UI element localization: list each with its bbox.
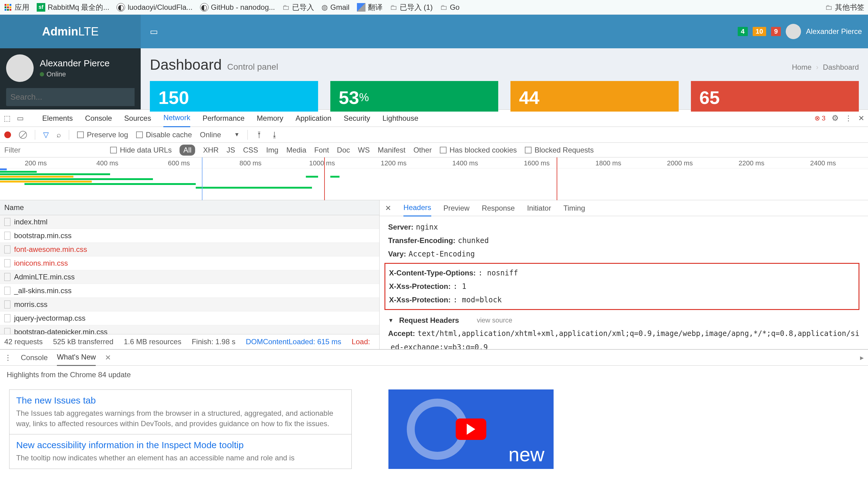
preserve-log-checkbox[interactable]: Preserve log	[77, 131, 128, 139]
stat-box[interactable]: 150	[150, 81, 318, 112]
request-row[interactable]: ionicons.min.css	[0, 256, 379, 270]
gear-icon[interactable]: ⚙	[832, 113, 839, 123]
sidebar: Alexander Pierce Online	[0, 48, 141, 110]
highlights-text: Highlights from the Chrome 84 update	[0, 366, 868, 384]
view-source-link[interactable]: view source	[477, 314, 512, 326]
video-thumbnail[interactable]: new	[388, 390, 554, 469]
dtab-initiator[interactable]: Initiator	[527, 200, 551, 216]
filter-doc[interactable]: Doc	[337, 146, 350, 154]
throttling-select[interactable]: Online ▼	[200, 131, 239, 139]
bookmark-item[interactable]: 🗀已导入 (1)	[390, 2, 433, 12]
request-row[interactable]: _all-skins.min.css	[0, 284, 379, 298]
request-row[interactable]: jquery-jvectormap.css	[0, 311, 379, 325]
upload-icon[interactable]: ⭱	[256, 131, 263, 139]
filter-other[interactable]: Other	[413, 146, 432, 154]
user-status[interactable]: Online	[40, 70, 110, 78]
tab-console[interactable]: Console	[85, 110, 112, 127]
search-input[interactable]	[6, 88, 134, 106]
bookmark-item[interactable]: 🗀已导入	[282, 2, 314, 12]
disable-cache-checkbox[interactable]: Disable cache	[136, 131, 192, 139]
tab-security[interactable]: Security	[344, 110, 370, 127]
avatar[interactable]	[6, 54, 34, 82]
bookmark-item[interactable]: sfRabbitMq 最全的...	[37, 2, 109, 12]
request-row[interactable]: font-awesome.min.css	[0, 243, 379, 256]
close-icon[interactable]: ✕	[858, 114, 864, 122]
filter-js[interactable]: JS	[227, 146, 235, 154]
clear-icon[interactable]	[19, 131, 27, 139]
hide-data-urls-checkbox[interactable]: Hide data URLs	[110, 146, 171, 154]
filter-input[interactable]	[4, 146, 102, 154]
user-panel: Alexander Pierce Online	[0, 48, 141, 88]
apps-label: 应用	[15, 2, 29, 12]
search-icon[interactable]: ⌕	[57, 131, 61, 139]
drawer-tab-whatsnew[interactable]: What's New	[57, 349, 96, 366]
timeline-tick: 1400 ms	[429, 157, 501, 168]
other-bookmarks[interactable]: 🗀其他书签	[825, 2, 864, 12]
tab-application[interactable]: Application	[295, 110, 331, 127]
request-row[interactable]: AdminLTE.min.css	[0, 270, 379, 284]
tab-performance[interactable]: Performance	[202, 110, 244, 127]
stat-box[interactable]: 65	[691, 81, 859, 112]
dtab-response[interactable]: Response	[482, 200, 515, 216]
crumb-home[interactable]: Home	[792, 63, 811, 71]
filter-media[interactable]: Media	[286, 146, 306, 154]
request-row[interactable]: morris.css	[0, 298, 379, 311]
sidebar-toggle-icon[interactable]: ▭	[147, 23, 161, 40]
drawer-tab-console[interactable]: Console	[21, 354, 48, 362]
close-icon[interactable]: ✕	[385, 204, 391, 212]
avatar[interactable]	[786, 24, 801, 39]
logo[interactable]: AdminLTE	[0, 15, 141, 48]
bookmark-item[interactable]: 🗀Go	[440, 3, 460, 12]
user-name[interactable]: Alexander Pierce	[806, 27, 862, 36]
tab-elements[interactable]: Elements	[42, 110, 73, 127]
stat-box[interactable]: 44	[511, 81, 679, 112]
tab-memory[interactable]: Memory	[257, 110, 283, 127]
main-row: Alexander Pierce Online Dashboard Contro…	[0, 48, 868, 110]
bookmark-item[interactable]: 翻译	[357, 2, 383, 12]
request-row[interactable]: bootstrap-datepicker.min.css	[0, 325, 379, 334]
badge-red[interactable]: 9	[771, 27, 781, 36]
blocked-requests-checkbox[interactable]: Blocked Requests	[525, 146, 594, 154]
filter-manifest[interactable]: Manifest	[378, 146, 406, 154]
expand-icon[interactable]: ▸	[860, 354, 864, 362]
dtab-preview[interactable]: Preview	[443, 200, 469, 216]
dtab-headers[interactable]: Headers	[403, 200, 431, 216]
request-name: font-awesome.min.css	[14, 245, 87, 254]
badge-orange[interactable]: 10	[753, 27, 766, 36]
network-timeline[interactable]: 200 ms400 ms600 ms800 ms1000 ms1200 ms14…	[0, 157, 868, 200]
tab-network[interactable]: Network	[163, 109, 190, 127]
filter-ws[interactable]: WS	[358, 146, 370, 154]
folder-icon: 🗀	[825, 3, 832, 12]
grid-icon	[4, 3, 12, 12]
filter-all[interactable]: All	[180, 145, 195, 156]
issue-card[interactable]: The new Issues tab The Issues tab aggreg…	[9, 390, 352, 434]
error-count[interactable]: ⊗ 3	[814, 114, 826, 122]
apps-button[interactable]: 应用	[4, 2, 29, 12]
tab-lighthouse[interactable]: Lighthouse	[382, 110, 418, 127]
inspect-icon[interactable]: ⬚	[4, 114, 11, 122]
tab-sources[interactable]: Sources	[124, 110, 151, 127]
dtab-timing[interactable]: Timing	[564, 200, 585, 216]
device-icon[interactable]: ▭	[17, 114, 24, 122]
name-column-header[interactable]: Name	[0, 200, 379, 215]
issue-card[interactable]: New accessibility information in the Ins…	[9, 434, 352, 469]
stat-box[interactable]: 53%	[330, 81, 499, 112]
request-row[interactable]: index.html	[0, 215, 379, 229]
filter-img[interactable]: Img	[266, 146, 278, 154]
bookmark-item[interactable]: ◐GitHub - nanodog...	[200, 3, 275, 12]
record-icon[interactable]	[4, 131, 11, 138]
download-icon[interactable]: ⭳	[271, 131, 278, 139]
filter-icon[interactable]: ▽	[43, 131, 49, 139]
kebab-icon[interactable]: ⋮	[845, 114, 852, 122]
filter-xhr[interactable]: XHR	[203, 146, 219, 154]
close-tab-icon[interactable]: ✕	[105, 354, 111, 362]
badge-green[interactable]: 4	[738, 27, 747, 36]
bookmark-item[interactable]: ◐luodaoyi/CloudFla...	[116, 3, 192, 12]
request-headers-section[interactable]: ▼Request Headersview source	[388, 314, 860, 327]
request-row[interactable]: bootstrap.min.css	[0, 229, 379, 243]
has-blocked-cookies-checkbox[interactable]: Has blocked cookies	[440, 146, 517, 154]
kebab-icon[interactable]: ⋮	[4, 354, 12, 362]
bookmark-item[interactable]: ◍Gmail	[321, 3, 350, 12]
filter-font[interactable]: Font	[314, 146, 329, 154]
filter-css[interactable]: CSS	[243, 146, 258, 154]
